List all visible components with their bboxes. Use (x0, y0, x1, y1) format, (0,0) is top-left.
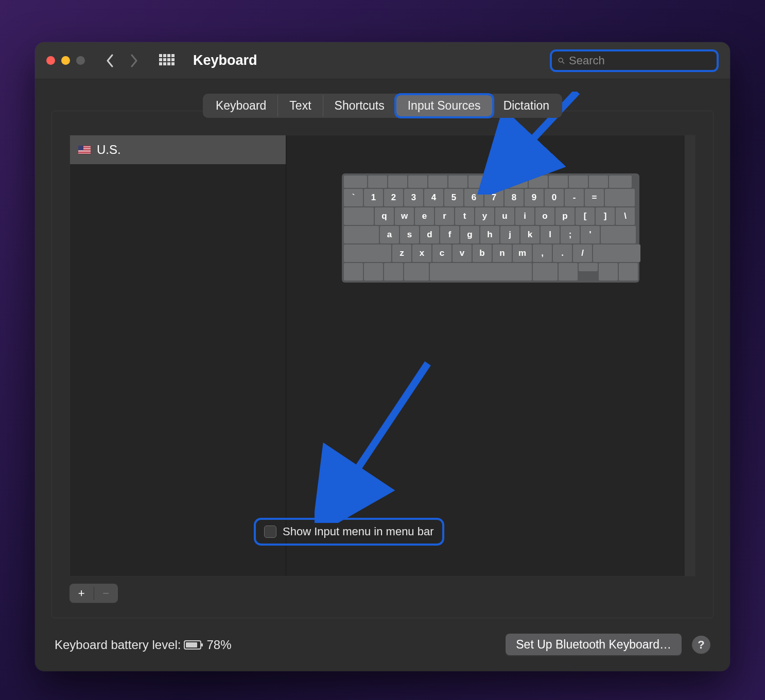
tab-bar: Keyboard Text Shortcuts Input Sources Di… (203, 94, 562, 118)
page-title: Keyboard (193, 52, 257, 68)
svg-rect-1 (163, 54, 166, 57)
svg-rect-8 (159, 62, 162, 65)
svg-rect-11 (171, 62, 175, 65)
add-input-source-button[interactable]: + (69, 587, 94, 600)
svg-rect-7 (171, 58, 175, 61)
tab-shortcuts[interactable]: Shortcuts (323, 95, 396, 116)
battery-icon (184, 640, 201, 650)
tab-dictation[interactable]: Dictation (492, 95, 561, 116)
remove-input-source-button[interactable]: − (94, 587, 118, 600)
svg-rect-2 (167, 54, 170, 57)
battery-percentage: 78% (206, 638, 231, 652)
svg-rect-4 (159, 58, 162, 61)
input-sources-list[interactable]: U.S. (70, 135, 286, 576)
help-button[interactable]: ? (692, 636, 710, 654)
svg-rect-0 (159, 54, 162, 57)
svg-rect-10 (167, 62, 170, 65)
search-icon (558, 56, 565, 66)
battery-label: Keyboard battery level: (55, 638, 181, 652)
close-button[interactable] (46, 56, 55, 65)
svg-rect-9 (163, 62, 166, 65)
setup-bluetooth-button[interactable]: Set Up Bluetooth Keyboard… (506, 634, 682, 656)
zoom-button[interactable] (76, 56, 85, 65)
svg-rect-6 (167, 58, 170, 61)
show-input-menu-label: Show Input menu in menu bar (283, 525, 434, 538)
svg-rect-3 (171, 54, 175, 57)
nav-buttons (106, 54, 138, 68)
show-all-icon[interactable] (159, 54, 175, 67)
input-source-label: U.S. (97, 143, 121, 157)
forward-button[interactable] (129, 54, 138, 68)
search-input[interactable] (569, 54, 710, 67)
preferences-window: Keyboard Keyboard Text Shortcuts Input S… (35, 42, 730, 671)
titlebar: Keyboard (35, 42, 730, 79)
show-input-menu-row[interactable]: Show Input menu in menu bar (254, 518, 444, 546)
content-pane: U.S. ` 1 2 3 (51, 111, 714, 618)
add-remove-control: + − (69, 584, 118, 603)
traffic-lights (46, 56, 85, 65)
scrollbar[interactable] (685, 135, 695, 576)
svg-point-12 (559, 58, 563, 62)
keyboard-preview: ` 1 2 3 4 5 6 7 8 9 0 - = (286, 135, 695, 576)
svg-rect-5 (163, 58, 166, 61)
svg-line-13 (562, 61, 564, 63)
show-input-menu-checkbox[interactable] (264, 526, 276, 538)
footer: Keyboard battery level: 78% Set Up Bluet… (35, 624, 730, 671)
tab-keyboard[interactable]: Keyboard (204, 95, 278, 116)
keyboard-graphic: ` 1 2 3 4 5 6 7 8 9 0 - = (342, 173, 639, 283)
tab-input-sources[interactable]: Input Sources (396, 95, 492, 116)
search-field[interactable] (550, 49, 719, 72)
back-button[interactable] (106, 54, 115, 68)
minimize-button[interactable] (61, 56, 70, 65)
flag-icon (78, 146, 91, 154)
input-source-item[interactable]: U.S. (70, 135, 286, 164)
input-sources-area: U.S. ` 1 2 3 (69, 135, 696, 576)
tab-text[interactable]: Text (278, 95, 323, 116)
